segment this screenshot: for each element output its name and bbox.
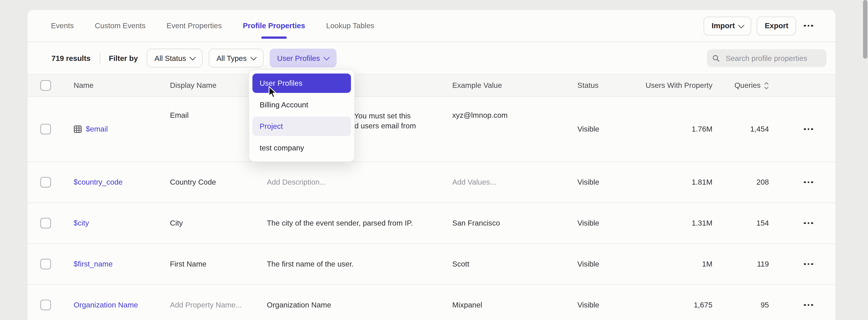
tab-list: EventsCustom EventsEvent PropertiesProfi… xyxy=(51,10,374,42)
column-header-name: Name xyxy=(61,81,157,90)
status-value: Visible xyxy=(578,178,599,186)
example-value: xyz@lmnop.com xyxy=(452,111,508,119)
row-checkbox[interactable] xyxy=(40,299,51,310)
tab-label: Custom Events xyxy=(95,22,146,30)
row-checkbox[interactable] xyxy=(40,218,51,228)
chevron-down-icon xyxy=(189,54,196,60)
tab-profile-properties[interactable]: Profile Properties xyxy=(243,10,305,42)
property-name-link[interactable]: $first_name xyxy=(74,260,113,268)
row-actions-cell xyxy=(781,219,835,227)
table-row: $emailEmailThe user's email address. You… xyxy=(28,97,835,162)
import-button-label: Import xyxy=(712,22,735,30)
row-checkbox-cell xyxy=(28,177,61,187)
row-more-options-icon[interactable] xyxy=(801,301,816,309)
display-name: Email xyxy=(170,111,189,119)
tab-events[interactable]: Events xyxy=(51,10,74,42)
row-more-options-icon[interactable] xyxy=(801,219,816,227)
profile-type-filter-button[interactable]: User Profiles xyxy=(269,48,337,68)
property-name-link[interactable]: Organization Name xyxy=(74,301,138,309)
queries-cell: 1,454 xyxy=(725,125,782,133)
tab-custom-events[interactable]: Custom Events xyxy=(95,10,146,42)
status-filter-button[interactable]: All Status xyxy=(147,48,203,68)
column-header-users-with-property: Users With Property xyxy=(634,81,725,90)
column-header-queries: Queries xyxy=(725,81,782,90)
table-body: $emailEmailThe user's email address. You… xyxy=(28,97,835,320)
row-checkbox-cell xyxy=(28,124,61,135)
description[interactable]: Add Description... xyxy=(267,177,331,187)
example-value[interactable]: Add Values... xyxy=(452,178,496,186)
queries-cell: 95 xyxy=(725,301,782,309)
search-input[interactable] xyxy=(724,53,821,63)
description: Organization Name xyxy=(267,300,337,310)
sort-icon[interactable] xyxy=(764,81,769,89)
row-checkbox-cell xyxy=(28,299,61,310)
lookup-table-icon xyxy=(74,125,82,133)
search-box xyxy=(707,49,827,67)
column-header-display-name: Display Name xyxy=(157,81,254,90)
users-with-property-value: 1.31M xyxy=(692,219,713,227)
property-name-link[interactable]: $country_code xyxy=(74,178,123,186)
export-button[interactable]: Export xyxy=(757,16,796,35)
row-actions-cell xyxy=(781,125,835,133)
row-more-options-icon[interactable] xyxy=(801,125,816,133)
users-with-property-cell: 1.81M xyxy=(634,178,725,186)
filter-bar: 719 results Filter by All Status All Typ… xyxy=(28,42,835,74)
users-with-property-value: 1,675 xyxy=(694,301,713,309)
status-filter-label: All Status xyxy=(154,54,186,62)
queries-cell: 208 xyxy=(725,178,782,186)
status-cell: Visible xyxy=(565,219,634,227)
users-with-property-value: 1.81M xyxy=(692,178,713,186)
mouse-cursor xyxy=(268,86,277,99)
select-all-checkbox[interactable] xyxy=(40,80,51,91)
chevron-down-icon xyxy=(738,22,745,28)
queries-value: 1,454 xyxy=(750,125,769,133)
row-more-options-icon[interactable] xyxy=(801,178,816,186)
type-filter-button[interactable]: All Types xyxy=(209,48,264,68)
row-more-options-icon[interactable] xyxy=(801,260,816,268)
property-name-cell: Organization Name xyxy=(61,301,157,309)
queries-header-label: Queries xyxy=(734,81,761,90)
tab-lookup-tables[interactable]: Lookup Tables xyxy=(326,10,374,42)
queries-cell: 119 xyxy=(725,260,782,268)
tab-bar: EventsCustom EventsEvent PropertiesProfi… xyxy=(28,10,835,42)
display-name: First Name xyxy=(170,260,207,268)
users-with-property-cell: 1.76M xyxy=(634,125,725,133)
description-cell: Organization Name xyxy=(254,300,439,310)
row-checkbox-cell xyxy=(28,259,61,270)
status-value: Visible xyxy=(578,260,599,268)
display-name[interactable]: Add Property Name... xyxy=(170,301,242,309)
column-header-example-value: Example Value xyxy=(439,81,565,90)
status-cell: Visible xyxy=(565,301,634,309)
property-name-link[interactable]: $city xyxy=(74,219,89,227)
dropdown-item-test-company[interactable]: test company xyxy=(252,138,351,157)
row-checkbox[interactable] xyxy=(40,124,51,135)
results-count: 719 results xyxy=(52,54,91,62)
property-name-link[interactable]: $email xyxy=(86,125,108,133)
tab-event-properties[interactable]: Event Properties xyxy=(166,10,222,42)
more-options-icon[interactable] xyxy=(802,22,815,30)
display-name-cell: City xyxy=(157,219,254,227)
description: The first name of the user. xyxy=(267,259,359,269)
row-actions-cell xyxy=(781,301,835,309)
row-checkbox[interactable] xyxy=(40,259,51,270)
tab-label: Profile Properties xyxy=(243,22,305,30)
status-cell: Visible xyxy=(565,178,634,186)
import-button[interactable]: Import xyxy=(704,16,751,35)
queries-value: 154 xyxy=(756,219,769,227)
example-value: San Francisco xyxy=(452,219,500,227)
queries-value: 208 xyxy=(756,178,769,186)
row-actions-cell xyxy=(781,260,835,268)
scrollbar-thumb[interactable] xyxy=(863,0,868,59)
description-cell: The first name of the user. xyxy=(254,259,439,269)
dropdown-item-project[interactable]: Project xyxy=(252,117,351,136)
status-value: Visible xyxy=(578,219,599,227)
description-cell: The city of the event sender, parsed fro… xyxy=(254,218,439,228)
display-name-cell: Add Property Name... xyxy=(157,301,254,309)
users-with-property-value: 1.76M xyxy=(692,125,713,133)
users-with-property-value: 1M xyxy=(702,260,713,268)
properties-panel: EventsCustom EventsEvent PropertiesProfi… xyxy=(28,10,835,320)
row-checkbox[interactable] xyxy=(40,177,51,187)
toolbar-actions: Import Export xyxy=(704,16,815,35)
description-cell: Add Description... xyxy=(254,177,439,187)
example-value-cell: xyz@lmnop.com xyxy=(439,97,565,119)
